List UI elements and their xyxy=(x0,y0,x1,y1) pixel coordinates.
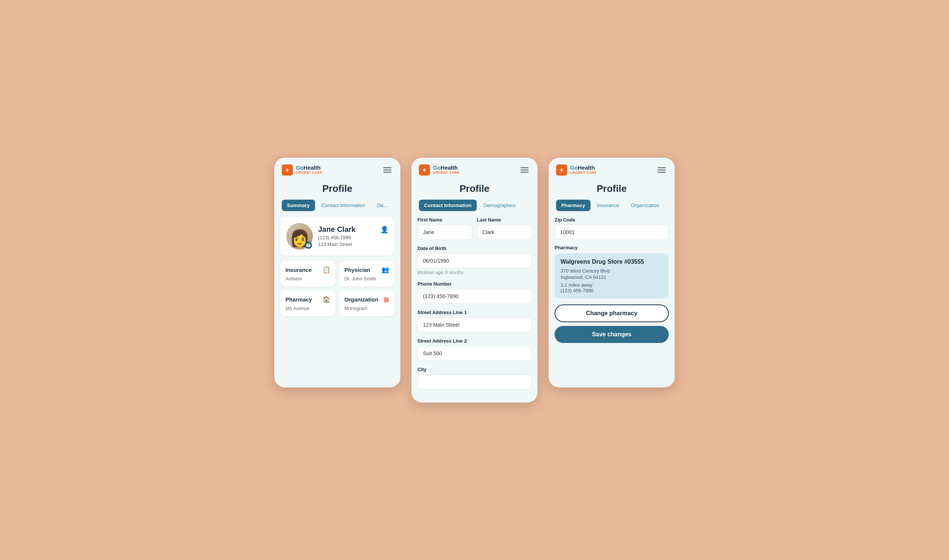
dob-hint: Minimun age: 6 months xyxy=(417,270,532,275)
tab-de[interactable]: De... xyxy=(372,200,393,211)
profile-edit-icon[interactable]: 👤 xyxy=(380,226,389,234)
logo-health-text-2: Health xyxy=(441,165,458,171)
gohealth-logo-icon-3: + xyxy=(556,165,567,175)
pharmacy-value: 5th Avenue xyxy=(285,306,330,311)
logo-go-text-2: Go xyxy=(433,165,441,171)
logo-2: + GoHealth URGENT CARE xyxy=(419,165,460,175)
pharmacy-address1: 370 West Century Blvd xyxy=(560,268,663,274)
logo-go-text-3: Go xyxy=(570,165,578,171)
dob-group: Date of Birth Minimun age: 6 months xyxy=(417,246,532,275)
zip-label: Zip Code xyxy=(555,217,669,223)
profile-card: 👩 Jane Clark 👤 (123) 456-7890 123 Main S… xyxy=(280,217,394,255)
dob-input[interactable] xyxy=(417,253,532,268)
address1-label: Street Address Line 1 xyxy=(417,310,532,315)
screen-1-title: Profile xyxy=(274,179,400,200)
tab-pharmacy-active[interactable]: Pharmacy xyxy=(556,200,591,211)
menu-icon-2[interactable] xyxy=(519,166,530,174)
screens-container: + GoHealth URGENT CARE Profile Summary C… xyxy=(274,158,675,403)
organization-card[interactable]: Organization ▦ Monogram xyxy=(339,290,394,316)
physician-icon: 👥 xyxy=(381,266,389,274)
city-label: City xyxy=(417,367,532,372)
screen-3-title: Profile xyxy=(549,179,675,200)
first-name-input[interactable] xyxy=(417,225,472,240)
svg-text:+: + xyxy=(423,166,427,174)
screen-2-body: First Name Last Name Date of Birth Minim… xyxy=(412,217,537,403)
screen-3-pharmacy: + GoHealth URGENT CARE Profile Pharmacy … xyxy=(549,158,675,388)
insurance-value: Anthem xyxy=(285,276,330,282)
dob-label: Date of Birth xyxy=(417,246,532,251)
pharmacy-address2: Inglewood, CA 94131 xyxy=(560,274,663,280)
tab-contact-info-1[interactable]: Contact Information xyxy=(316,200,371,211)
logo-3: + GoHealth URGENT CARE xyxy=(556,165,597,175)
address2-label: Street Address Line 2 xyxy=(417,338,532,344)
pharmacy-icon: 🏠 xyxy=(323,295,330,303)
city-group: City xyxy=(417,367,532,389)
screen-2-contact: + GoHealth URGENT CARE Profile Contact I… xyxy=(412,158,537,403)
tabs-1: Summary Contact Information De... xyxy=(274,200,400,211)
tab-insurance[interactable]: Insurance xyxy=(592,200,624,211)
tab-summary[interactable]: Summary xyxy=(282,200,315,211)
name-row: First Name Last Name xyxy=(417,217,532,240)
logo-go-text: Go xyxy=(296,165,304,171)
screen-1-summary: + GoHealth URGENT CARE Profile Summary C… xyxy=(274,158,400,388)
logo-urgent-text-3: URGENT CARE xyxy=(570,171,597,175)
phone-label: Phone Number xyxy=(417,281,532,287)
save-changes-button[interactable]: Save changes xyxy=(555,326,669,343)
pharmacy-label-s1: Pharmacy xyxy=(285,296,312,303)
address2-group: Street Address Line 2 xyxy=(417,338,532,361)
logo-health-text: Health xyxy=(304,165,321,171)
tab-contact-info-active[interactable]: Contact Information xyxy=(419,200,477,211)
tab-organization[interactable]: Organization xyxy=(626,200,665,211)
last-name-input[interactable] xyxy=(477,225,532,240)
city-input[interactable] xyxy=(417,374,532,389)
profile-phone: (123) 456-7890 xyxy=(318,235,389,240)
first-name-group: First Name xyxy=(417,217,472,240)
insurance-card[interactable]: Insurance 📋 Anthem xyxy=(280,261,335,287)
organization-value: Monogram xyxy=(344,306,389,311)
tab-demographics[interactable]: Demographics xyxy=(478,200,521,211)
profile-name-text: Jane Clark xyxy=(318,225,355,234)
logo-urgent-text: URGENT CARE xyxy=(296,171,323,175)
organization-label: Organization xyxy=(344,296,378,303)
organization-icon: ▦ xyxy=(383,295,389,303)
pharmacy-name: Walgreens Drug Store #03555 xyxy=(560,258,663,265)
address2-input[interactable] xyxy=(417,346,532,361)
screen-1-body: 👩 Jane Clark 👤 (123) 456-7890 123 Main S… xyxy=(274,217,400,388)
tabs-2: Contact Information Demographics xyxy=(412,200,537,211)
phone-input[interactable] xyxy=(417,289,532,304)
logo-health-text-3: Health xyxy=(578,165,595,171)
pharmacy-phone: (123) 456-7890 xyxy=(560,288,663,293)
avatar-wrap: 👩 xyxy=(286,223,313,250)
pharmacy-card[interactable]: Pharmacy 🏠 5th Avenue xyxy=(280,290,335,316)
pharmacy-section-label: Pharmacy xyxy=(555,245,669,250)
physician-value: Dr. John Smith xyxy=(344,276,389,282)
zip-group: Zip Code xyxy=(555,217,669,240)
pharmacy-selected-card: Walgreens Drug Store #03555 370 West Cen… xyxy=(555,253,669,298)
header-2: + GoHealth URGENT CARE xyxy=(412,158,537,179)
menu-icon-1[interactable] xyxy=(382,166,393,174)
header-1: + GoHealth URGENT CARE xyxy=(274,158,400,179)
camera-icon[interactable] xyxy=(305,242,312,249)
profile-address: 123 Main Street xyxy=(318,242,389,247)
info-grid: Insurance 📋 Anthem Physician 👥 Dr. John … xyxy=(280,261,394,316)
zip-input[interactable] xyxy=(555,225,669,240)
last-name-group: Last Name xyxy=(477,217,532,240)
last-name-label: Last Name xyxy=(477,217,532,223)
svg-text:+: + xyxy=(285,166,290,174)
gohealth-logo-icon-1: + xyxy=(282,165,293,175)
gohealth-logo-icon-2: + xyxy=(419,165,430,175)
insurance-icon: 📋 xyxy=(323,266,330,274)
address1-input[interactable] xyxy=(417,317,532,332)
tabs-3: Pharmacy Insurance Organization xyxy=(549,200,675,211)
insurance-label: Insurance xyxy=(285,267,312,273)
pharmacy-miles: 3.1 miles away xyxy=(560,282,663,288)
screen-2-title: Profile xyxy=(412,179,537,200)
logo-1: + GoHealth URGENT CARE xyxy=(282,165,323,175)
change-pharmacy-button[interactable]: Change pharmacy xyxy=(555,305,669,322)
menu-icon-3[interactable] xyxy=(656,166,667,174)
physician-label: Physician xyxy=(344,267,370,273)
address1-group: Street Address Line 1 xyxy=(417,310,532,332)
profile-info: Jane Clark 👤 (123) 456-7890 123 Main Str… xyxy=(318,225,389,247)
phone-group: Phone Number xyxy=(417,281,532,304)
physician-card[interactable]: Physician 👥 Dr. John Smith xyxy=(339,261,394,287)
